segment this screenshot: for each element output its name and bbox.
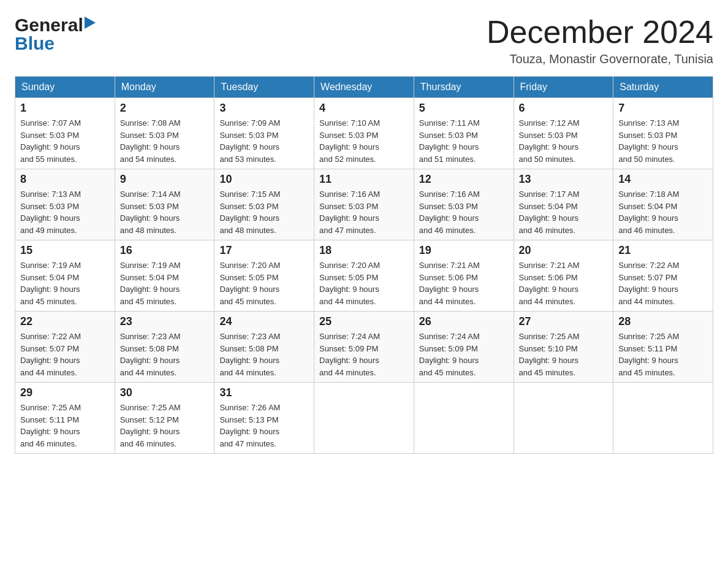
calendar-cell: 24 Sunrise: 7:23 AM Sunset: 5:08 PM Dayl… <box>214 312 314 383</box>
day-number: 8 <box>20 173 110 186</box>
calendar-cell: 6 Sunrise: 7:12 AM Sunset: 5:03 PM Dayli… <box>514 98 613 169</box>
day-info: Sunrise: 7:12 AM Sunset: 5:03 PM Dayligh… <box>519 118 580 164</box>
day-number: 29 <box>20 386 110 399</box>
weekday-header-wednesday: Wednesday <box>314 77 414 98</box>
calendar-cell: 25 Sunrise: 7:24 AM Sunset: 5:09 PM Dayl… <box>314 312 414 383</box>
day-info: Sunrise: 7:23 AM Sunset: 5:08 PM Dayligh… <box>120 332 181 377</box>
day-info: Sunrise: 7:13 AM Sunset: 5:03 PM Dayligh… <box>20 190 81 235</box>
day-number: 26 <box>419 315 509 328</box>
day-info: Sunrise: 7:17 AM Sunset: 5:04 PM Dayligh… <box>519 190 580 235</box>
calendar-cell: 29 Sunrise: 7:25 AM Sunset: 5:11 PM Dayl… <box>15 383 115 454</box>
day-number: 20 <box>519 244 609 257</box>
day-number: 6 <box>519 102 609 115</box>
calendar-week-1: 1 Sunrise: 7:07 AM Sunset: 5:03 PM Dayli… <box>15 98 713 169</box>
weekday-header-sunday: Sunday <box>15 77 115 98</box>
day-info: Sunrise: 7:25 AM Sunset: 5:11 PM Dayligh… <box>20 403 81 448</box>
weekday-header-thursday: Thursday <box>414 77 514 98</box>
day-number: 19 <box>419 244 509 257</box>
logo-arrow-icon <box>85 17 96 31</box>
calendar-week-4: 22 Sunrise: 7:22 AM Sunset: 5:07 PM Dayl… <box>15 312 713 383</box>
calendar-cell: 22 Sunrise: 7:22 AM Sunset: 5:07 PM Dayl… <box>15 312 115 383</box>
month-title: December 2024 <box>487 15 713 50</box>
day-number: 4 <box>319 102 409 115</box>
calendar-cell: 28 Sunrise: 7:25 AM Sunset: 5:11 PM Dayl… <box>613 312 713 383</box>
day-info: Sunrise: 7:15 AM Sunset: 5:03 PM Dayligh… <box>219 190 280 235</box>
calendar-table: SundayMondayTuesdayWednesdayThursdayFrid… <box>15 76 713 454</box>
calendar-cell: 18 Sunrise: 7:20 AM Sunset: 5:05 PM Dayl… <box>314 240 414 312</box>
calendar-week-2: 8 Sunrise: 7:13 AM Sunset: 5:03 PM Dayli… <box>15 169 713 240</box>
day-info: Sunrise: 7:19 AM Sunset: 5:04 PM Dayligh… <box>120 261 181 306</box>
weekday-header-tuesday: Tuesday <box>214 77 314 98</box>
day-number: 18 <box>319 244 409 257</box>
day-number: 5 <box>419 102 509 115</box>
day-info: Sunrise: 7:21 AM Sunset: 5:06 PM Dayligh… <box>519 261 580 306</box>
day-info: Sunrise: 7:10 AM Sunset: 5:03 PM Dayligh… <box>319 118 380 164</box>
weekday-header-saturday: Saturday <box>613 77 713 98</box>
day-info: Sunrise: 7:13 AM Sunset: 5:03 PM Dayligh… <box>618 118 679 164</box>
day-info: Sunrise: 7:07 AM Sunset: 5:03 PM Dayligh… <box>20 118 81 164</box>
calendar-cell: 26 Sunrise: 7:24 AM Sunset: 5:09 PM Dayl… <box>414 312 514 383</box>
calendar-cell: 3 Sunrise: 7:09 AM Sunset: 5:03 PM Dayli… <box>214 98 314 169</box>
day-info: Sunrise: 7:20 AM Sunset: 5:05 PM Dayligh… <box>219 261 280 306</box>
title-block: December 2024 Touza, Monastir Governorat… <box>487 15 713 66</box>
day-number: 7 <box>618 102 708 115</box>
calendar-cell: 20 Sunrise: 7:21 AM Sunset: 5:06 PM Dayl… <box>514 240 613 312</box>
svg-marker-0 <box>85 17 96 29</box>
calendar-cell: 21 Sunrise: 7:22 AM Sunset: 5:07 PM Dayl… <box>613 240 713 312</box>
day-number: 1 <box>20 102 110 115</box>
day-info: Sunrise: 7:21 AM Sunset: 5:06 PM Dayligh… <box>419 261 480 306</box>
calendar-cell: 4 Sunrise: 7:10 AM Sunset: 5:03 PM Dayli… <box>314 98 414 169</box>
day-info: Sunrise: 7:14 AM Sunset: 5:03 PM Dayligh… <box>120 190 181 235</box>
day-number: 27 <box>519 315 609 328</box>
calendar-body: 1 Sunrise: 7:07 AM Sunset: 5:03 PM Dayli… <box>15 98 713 454</box>
weekday-header-monday: Monday <box>115 77 214 98</box>
logo-general-text: General <box>15 15 83 36</box>
day-number: 16 <box>120 244 210 257</box>
day-number: 3 <box>219 102 309 115</box>
calendar-cell <box>613 383 713 454</box>
day-number: 9 <box>120 173 210 186</box>
calendar-header-row: SundayMondayTuesdayWednesdayThursdayFrid… <box>15 77 713 98</box>
calendar-cell: 30 Sunrise: 7:25 AM Sunset: 5:12 PM Dayl… <box>115 383 214 454</box>
day-number: 11 <box>319 173 409 186</box>
day-info: Sunrise: 7:22 AM Sunset: 5:07 PM Dayligh… <box>20 332 81 377</box>
day-info: Sunrise: 7:08 AM Sunset: 5:03 PM Dayligh… <box>120 118 181 164</box>
day-number: 17 <box>219 244 309 257</box>
day-info: Sunrise: 7:25 AM Sunset: 5:12 PM Dayligh… <box>120 403 181 448</box>
calendar-cell <box>514 383 613 454</box>
day-number: 2 <box>120 102 210 115</box>
day-info: Sunrise: 7:09 AM Sunset: 5:03 PM Dayligh… <box>219 118 280 164</box>
day-info: Sunrise: 7:18 AM Sunset: 5:04 PM Dayligh… <box>618 190 679 235</box>
calendar-cell: 16 Sunrise: 7:19 AM Sunset: 5:04 PM Dayl… <box>115 240 214 312</box>
calendar-cell: 9 Sunrise: 7:14 AM Sunset: 5:03 PM Dayli… <box>115 169 214 240</box>
day-info: Sunrise: 7:16 AM Sunset: 5:03 PM Dayligh… <box>419 190 480 235</box>
day-number: 13 <box>519 173 609 186</box>
calendar-cell: 14 Sunrise: 7:18 AM Sunset: 5:04 PM Dayl… <box>613 169 713 240</box>
logo-blue-text: Blue <box>15 33 55 54</box>
day-info: Sunrise: 7:26 AM Sunset: 5:13 PM Dayligh… <box>219 403 280 448</box>
day-number: 12 <box>419 173 509 186</box>
calendar-cell: 11 Sunrise: 7:16 AM Sunset: 5:03 PM Dayl… <box>314 169 414 240</box>
day-info: Sunrise: 7:16 AM Sunset: 5:03 PM Dayligh… <box>319 190 380 235</box>
calendar-cell: 13 Sunrise: 7:17 AM Sunset: 5:04 PM Dayl… <box>514 169 613 240</box>
day-number: 22 <box>20 315 110 328</box>
day-info: Sunrise: 7:20 AM Sunset: 5:05 PM Dayligh… <box>319 261 380 306</box>
calendar-cell: 5 Sunrise: 7:11 AM Sunset: 5:03 PM Dayli… <box>414 98 514 169</box>
day-number: 21 <box>618 244 708 257</box>
calendar-cell: 19 Sunrise: 7:21 AM Sunset: 5:06 PM Dayl… <box>414 240 514 312</box>
day-number: 31 <box>219 386 309 399</box>
calendar-cell: 8 Sunrise: 7:13 AM Sunset: 5:03 PM Dayli… <box>15 169 115 240</box>
calendar-cell: 23 Sunrise: 7:23 AM Sunset: 5:08 PM Dayl… <box>115 312 214 383</box>
day-number: 14 <box>618 173 708 186</box>
day-number: 10 <box>219 173 309 186</box>
logo: General Blue <box>15 15 96 54</box>
calendar-cell: 15 Sunrise: 7:19 AM Sunset: 5:04 PM Dayl… <box>15 240 115 312</box>
day-number: 28 <box>618 315 708 328</box>
day-number: 30 <box>120 386 210 399</box>
calendar-week-5: 29 Sunrise: 7:25 AM Sunset: 5:11 PM Dayl… <box>15 383 713 454</box>
weekday-header-friday: Friday <box>514 77 613 98</box>
calendar-week-3: 15 Sunrise: 7:19 AM Sunset: 5:04 PM Dayl… <box>15 240 713 312</box>
day-number: 15 <box>20 244 110 257</box>
day-info: Sunrise: 7:22 AM Sunset: 5:07 PM Dayligh… <box>618 261 679 306</box>
calendar-cell <box>414 383 514 454</box>
